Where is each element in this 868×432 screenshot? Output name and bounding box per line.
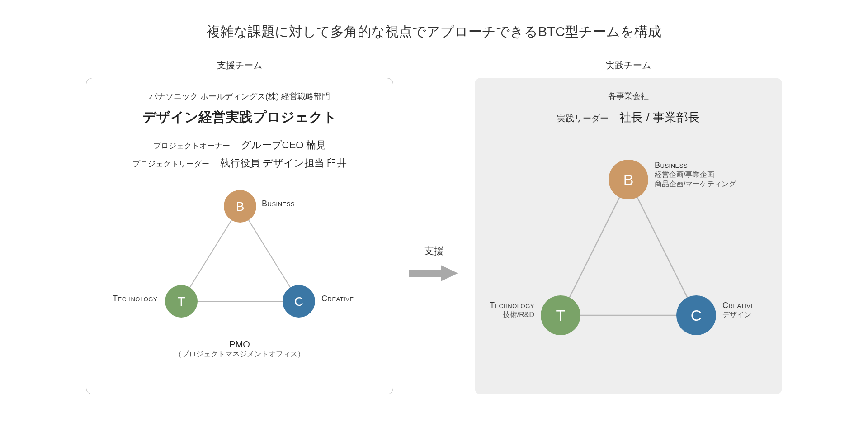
left-org: パナソニック ホールディングス(株) 経営戦略部門 <box>100 91 379 102</box>
practice-leader-value: 社長 / 事業部長 <box>619 109 700 125</box>
left-column: 支援チーム パナソニック ホールディングス(株) 経営戦略部門 デザイン経営実践… <box>86 59 393 394</box>
svg-marker-6 <box>409 265 458 281</box>
left-triangle-svg: B T C <box>100 175 380 328</box>
arrow-icon <box>409 264 459 282</box>
c-node-title: Creative <box>321 294 354 304</box>
page-title: 複雑な課題に対して多角的な視点でアプローチできるBTC型チームを構成 <box>72 23 796 41</box>
t-node-letter: T <box>177 294 185 309</box>
left-triangle: B T C Business Technology Creative <box>100 175 379 337</box>
b-node-letter-r: B <box>623 171 634 188</box>
t-node-letter-r: T <box>556 307 566 324</box>
diagram-root: 複雑な課題に対して多角的な視点でアプローチできるBTC型チームを構成 支援チーム… <box>0 0 868 394</box>
owner-label: プロジェクトオーナー <box>153 141 230 151</box>
c-node-letter-r: C <box>691 307 702 324</box>
svg-line-8 <box>628 180 696 315</box>
practice-team-panel: 各事業会社 実践リーダー 社長 / 事業部長 B T <box>475 78 782 394</box>
practice-leader-label: 実践リーダー <box>557 113 609 124</box>
owner-row: プロジェクトオーナー グループCEO 楠見 <box>100 138 379 152</box>
c-node-sub1: デザイン <box>722 310 755 320</box>
leader-value: 執行役員 デザイン担当 臼井 <box>220 157 347 170</box>
svg-line-7 <box>561 180 628 315</box>
left-col-label: 支援チーム <box>217 59 262 71</box>
t-node-sub1: 技術/R&D <box>444 310 534 320</box>
columns: 支援チーム パナソニック ホールディングス(株) 経営戦略部門 デザイン経営実践… <box>72 59 796 394</box>
b-node-title: Business <box>262 199 295 209</box>
b-node-letter: B <box>236 199 245 214</box>
svg-line-1 <box>240 206 299 301</box>
arrow-column: 支援 <box>407 59 461 394</box>
c-node-title-r: Creative <box>722 301 755 310</box>
b-node-sub1: 経営企画/事業企画 <box>655 170 736 180</box>
right-triangle: B T C Business 経営企画/事業企画 商品企画/マーケティング <box>488 139 769 374</box>
leader-label: プロジェクトリーダー <box>132 159 209 169</box>
arrow-label: 支援 <box>424 244 444 258</box>
t-node-title-r: Technology <box>444 301 534 310</box>
b-node-sub2: 商品企画/マーケティング <box>655 180 736 189</box>
owner-value: グループCEO 楠見 <box>241 138 326 152</box>
b-node-title-r: Business <box>655 161 736 170</box>
support-team-panel: パナソニック ホールディングス(株) 経営戦略部門 デザイン経営実践プロジェクト… <box>86 78 393 394</box>
c-node-letter: C <box>294 294 303 309</box>
right-org: 各事業会社 <box>488 90 769 101</box>
pmo-sub: （プロジェクトマネジメントオフィス） <box>100 350 379 359</box>
leader-row: プロジェクトリーダー 執行役員 デザイン担当 臼井 <box>100 157 379 170</box>
right-col-label: 実践チーム <box>606 59 651 71</box>
practice-leader-row: 実践リーダー 社長 / 事業部長 <box>488 109 769 125</box>
svg-line-0 <box>181 206 240 301</box>
right-column: 実践チーム 各事業会社 実践リーダー 社長 / 事業部長 B T <box>475 59 782 394</box>
t-node-title: Technology <box>113 294 157 304</box>
project-title: デザイン経営実践プロジェクト <box>100 108 379 127</box>
pmo-title: PMO <box>100 339 379 350</box>
